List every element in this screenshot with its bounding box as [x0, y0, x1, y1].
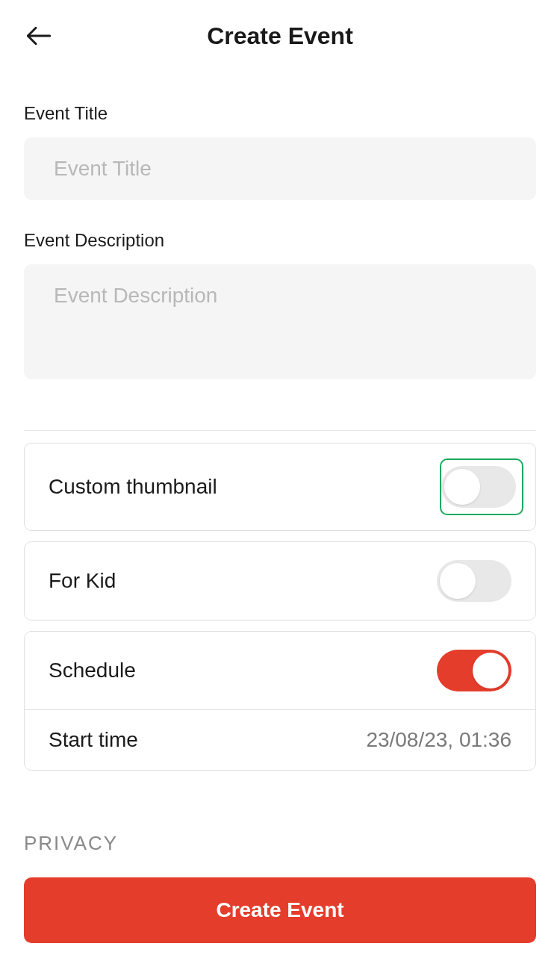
schedule-label: Schedule: [49, 659, 136, 683]
page-title: Create Event: [54, 22, 506, 50]
custom-thumbnail-card: Custom thumbnail: [24, 443, 536, 531]
schedule-toggle[interactable]: [437, 650, 511, 691]
start-time-value: 23/08/23, 01:36: [366, 728, 511, 752]
divider: [24, 430, 536, 431]
start-time-row[interactable]: Start time 23/08/23, 01:36: [25, 709, 535, 770]
create-event-button[interactable]: Create Event: [24, 877, 536, 943]
event-description-input[interactable]: [24, 264, 536, 379]
for-kid-label: For Kid: [49, 569, 116, 593]
back-button[interactable]: [24, 21, 54, 51]
event-description-group: Event Description: [24, 230, 536, 382]
start-time-label: Start time: [49, 728, 138, 752]
event-title-group: Event Title: [24, 103, 536, 200]
toggle-knob: [473, 653, 508, 688]
header: Create Event: [0, 0, 560, 73]
event-title-input[interactable]: [24, 137, 536, 200]
custom-thumbnail-label: Custom thumbnail: [49, 475, 217, 499]
custom-thumbnail-toggle[interactable]: [441, 466, 516, 508]
for-kid-toggle[interactable]: [437, 560, 511, 602]
highlight-border: [440, 458, 523, 515]
event-title-label: Event Title: [24, 103, 536, 124]
schedule-card: Schedule Start time 23/08/23, 01:36: [24, 631, 536, 771]
privacy-section-header: PRIVACY: [24, 832, 536, 855]
arrow-left-icon: [27, 27, 51, 45]
event-description-label: Event Description: [24, 230, 536, 251]
bottom-bar: Create Event: [0, 862, 560, 967]
toggle-knob: [440, 563, 476, 599]
toggle-knob: [444, 469, 480, 505]
for-kid-card: For Kid: [24, 541, 536, 621]
